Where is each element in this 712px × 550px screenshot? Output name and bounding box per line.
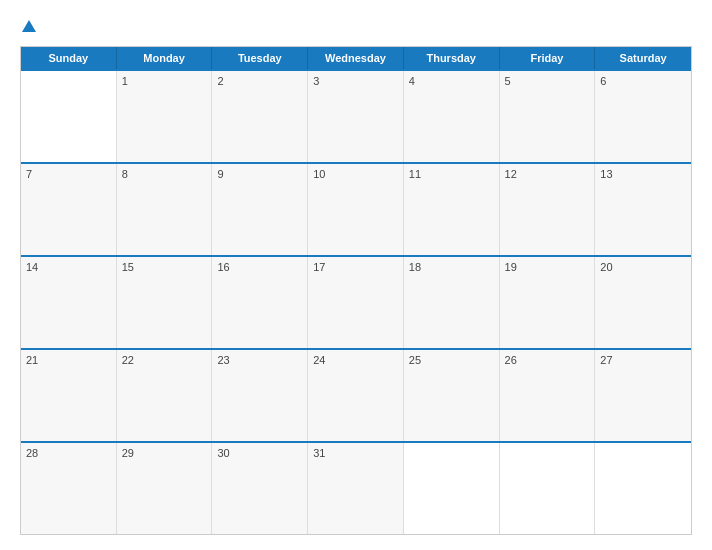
logo-triangle-icon [22, 20, 36, 32]
day-cell: 3 [308, 71, 404, 162]
day-cell: 17 [308, 257, 404, 348]
day-number: 6 [600, 75, 606, 87]
day-cell: 11 [404, 164, 500, 255]
day-cell: 9 [212, 164, 308, 255]
day-number: 17 [313, 261, 325, 273]
day-number: 21 [26, 354, 38, 366]
week-row-1: 78910111213 [21, 162, 691, 255]
day-header-wednesday: Wednesday [308, 47, 404, 69]
day-number: 22 [122, 354, 134, 366]
day-cell: 1 [117, 71, 213, 162]
day-number: 8 [122, 168, 128, 180]
day-cell [21, 71, 117, 162]
day-cell: 6 [595, 71, 691, 162]
day-cell: 15 [117, 257, 213, 348]
day-number: 14 [26, 261, 38, 273]
day-cell: 2 [212, 71, 308, 162]
day-cell: 28 [21, 443, 117, 534]
day-cell: 16 [212, 257, 308, 348]
day-number: 26 [505, 354, 517, 366]
day-number: 12 [505, 168, 517, 180]
day-cell: 24 [308, 350, 404, 441]
day-number: 27 [600, 354, 612, 366]
day-number: 7 [26, 168, 32, 180]
day-cell: 26 [500, 350, 596, 441]
day-number: 20 [600, 261, 612, 273]
day-cell: 12 [500, 164, 596, 255]
day-number: 25 [409, 354, 421, 366]
day-number: 23 [217, 354, 229, 366]
day-header-tuesday: Tuesday [212, 47, 308, 69]
day-cell [404, 443, 500, 534]
day-cell: 21 [21, 350, 117, 441]
day-cell: 4 [404, 71, 500, 162]
day-cell: 13 [595, 164, 691, 255]
day-cell: 18 [404, 257, 500, 348]
logo [20, 20, 36, 34]
day-number: 19 [505, 261, 517, 273]
calendar-grid: SundayMondayTuesdayWednesdayThursdayFrid… [20, 46, 692, 535]
day-header-friday: Friday [500, 47, 596, 69]
logo-block [20, 20, 36, 34]
day-cell: 19 [500, 257, 596, 348]
day-cell: 25 [404, 350, 500, 441]
day-cell: 30 [212, 443, 308, 534]
day-cell: 10 [308, 164, 404, 255]
day-number: 13 [600, 168, 612, 180]
day-header-monday: Monday [117, 47, 213, 69]
day-number: 31 [313, 447, 325, 459]
logo-top-row [20, 20, 36, 34]
day-number: 5 [505, 75, 511, 87]
week-row-0: 123456 [21, 69, 691, 162]
day-number: 16 [217, 261, 229, 273]
day-number: 10 [313, 168, 325, 180]
day-headers-row: SundayMondayTuesdayWednesdayThursdayFrid… [21, 47, 691, 69]
day-number: 4 [409, 75, 415, 87]
day-cell: 8 [117, 164, 213, 255]
day-number: 15 [122, 261, 134, 273]
day-number: 3 [313, 75, 319, 87]
day-number: 18 [409, 261, 421, 273]
day-header-sunday: Sunday [21, 47, 117, 69]
day-cell: 29 [117, 443, 213, 534]
week-row-3: 21222324252627 [21, 348, 691, 441]
day-cell: 27 [595, 350, 691, 441]
day-number: 30 [217, 447, 229, 459]
header [20, 20, 692, 34]
calendar-page: SundayMondayTuesdayWednesdayThursdayFrid… [0, 0, 712, 550]
day-header-saturday: Saturday [595, 47, 691, 69]
week-row-4: 28293031 [21, 441, 691, 534]
day-cell [595, 443, 691, 534]
day-cell: 23 [212, 350, 308, 441]
day-number: 9 [217, 168, 223, 180]
day-number: 1 [122, 75, 128, 87]
weeks-container: 1234567891011121314151617181920212223242… [21, 69, 691, 534]
day-cell: 14 [21, 257, 117, 348]
day-cell: 7 [21, 164, 117, 255]
day-number: 29 [122, 447, 134, 459]
day-number: 28 [26, 447, 38, 459]
day-cell: 5 [500, 71, 596, 162]
day-number: 24 [313, 354, 325, 366]
day-cell: 20 [595, 257, 691, 348]
day-header-thursday: Thursday [404, 47, 500, 69]
week-row-2: 14151617181920 [21, 255, 691, 348]
day-cell [500, 443, 596, 534]
day-cell: 31 [308, 443, 404, 534]
day-number: 2 [217, 75, 223, 87]
day-cell: 22 [117, 350, 213, 441]
day-number: 11 [409, 168, 421, 180]
